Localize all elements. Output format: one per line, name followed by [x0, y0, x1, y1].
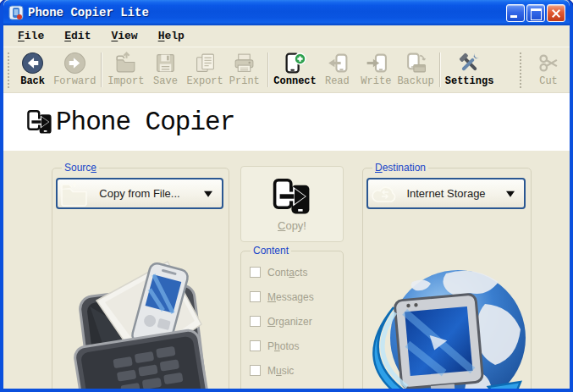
- app-icon: [8, 5, 24, 20]
- checkbox-label: Organizer: [267, 316, 312, 328]
- globe-monitor-illustration: [368, 263, 531, 389]
- main-content: Source Copy from File...: [3, 151, 570, 389]
- menubar: File Edit View Help: [3, 25, 570, 47]
- checkbox-box: [250, 340, 261, 351]
- toolbar-button-forward: Forward: [52, 51, 98, 91]
- close-button[interactable]: [547, 4, 565, 22]
- read-icon: [326, 52, 349, 75]
- maximize-button[interactable]: [526, 4, 545, 22]
- source-group-label: Source: [62, 162, 99, 174]
- minimize-button[interactable]: [506, 4, 525, 22]
- checkbox-label: Music: [267, 365, 294, 377]
- print-icon: [233, 52, 256, 75]
- destination-dropdown-value: Internet Storage: [406, 187, 485, 200]
- toolbar-dotted-separator: [520, 52, 522, 90]
- checkbox-box: [250, 267, 261, 278]
- menu-edit[interactable]: Edit: [57, 27, 98, 45]
- import-icon: [114, 52, 137, 75]
- checkbox-photos: Photos: [250, 340, 338, 351]
- phone-copier-window: Phone Copier Lite File Edit View Help Ba…: [0, 0, 573, 392]
- window-title: Phone Copier Lite: [28, 6, 506, 19]
- toolbar-button-back[interactable]: Back: [14, 51, 52, 91]
- write-icon: [365, 52, 388, 75]
- copy-button[interactable]: Copy!: [240, 166, 344, 242]
- titlebar: Phone Copier Lite: [3, 0, 570, 25]
- window-controls: [506, 4, 565, 22]
- phone-folder-illustration: [68, 246, 220, 389]
- toolbar-separator: [101, 52, 102, 87]
- toolbar-button-read: Read: [317, 51, 356, 91]
- toolbar-button-print: Print: [225, 51, 264, 91]
- content-group-label: Content: [251, 245, 291, 257]
- destination-dropdown[interactable]: Internet Storage: [366, 178, 526, 209]
- menu-view[interactable]: View: [103, 27, 145, 45]
- connect-icon: [284, 52, 306, 75]
- checkbox-label: Messages: [267, 291, 314, 303]
- source-group: Source Copy from File...: [52, 168, 229, 389]
- toolbar-button-cut: Cut: [529, 51, 568, 91]
- source-dropdown[interactable]: Copy from File...: [56, 178, 223, 209]
- destination-group-label: Destination: [372, 162, 428, 174]
- toolbar-separator: [439, 52, 441, 87]
- checkbox-box: [250, 316, 261, 327]
- checkbox-organizer: Organizer: [250, 316, 338, 327]
- toolbar-button-write: Write: [356, 51, 395, 91]
- forward-icon: [63, 52, 86, 75]
- cut-icon: [537, 52, 560, 75]
- phone-copy-icon: [270, 176, 314, 217]
- save-icon: [154, 52, 177, 75]
- checkbox-contacts: Contacts: [250, 267, 338, 278]
- checkbox-box: [250, 365, 261, 376]
- toolbar-button-connect[interactable]: Connect: [273, 51, 318, 91]
- toolbar-button-import: Import: [106, 51, 146, 91]
- content-group: Content Contacts Messages Organizer Phot…: [240, 251, 344, 389]
- checkbox-label: Contacts: [267, 267, 307, 279]
- content-checkbox-list: Contacts Messages Organizer Photos Music: [250, 267, 338, 389]
- toolbar-separator: [267, 52, 269, 87]
- checkbox-box: [250, 291, 261, 302]
- source-dropdown-value: Copy from File...: [99, 187, 179, 200]
- folder-icon: [60, 181, 89, 207]
- cloud-icon: [371, 181, 399, 207]
- copy-button-label: Copy!: [278, 219, 306, 232]
- chevron-down-icon: [506, 190, 515, 196]
- phone-copy-icon: [26, 106, 53, 138]
- header-band: Phone Copier: [3, 93, 570, 151]
- back-icon: [21, 52, 44, 75]
- toolbar-button-save: Save: [146, 51, 185, 91]
- toolbar-button-backup: Backup: [395, 51, 435, 91]
- toolbar-button-export: Export: [185, 51, 224, 91]
- backup-icon: [405, 52, 427, 75]
- toolbar-button-settings[interactable]: Settings: [444, 51, 495, 91]
- checkbox-label: Photos: [267, 340, 299, 352]
- settings-icon: [458, 52, 481, 75]
- toolbar: Back Forward Import Save Export Print Co…: [3, 47, 570, 93]
- menu-file[interactable]: File: [10, 27, 52, 45]
- page-title: Phone Copier: [56, 108, 234, 137]
- menu-help[interactable]: Help: [151, 27, 192, 45]
- chevron-down-icon: [204, 190, 212, 196]
- checkbox-messages: Messages: [250, 291, 338, 302]
- checkbox-music: Music: [250, 365, 338, 376]
- destination-group: Destination Internet Storage: [362, 168, 532, 389]
- toolbar-grip: [8, 52, 10, 90]
- export-icon: [194, 52, 217, 75]
